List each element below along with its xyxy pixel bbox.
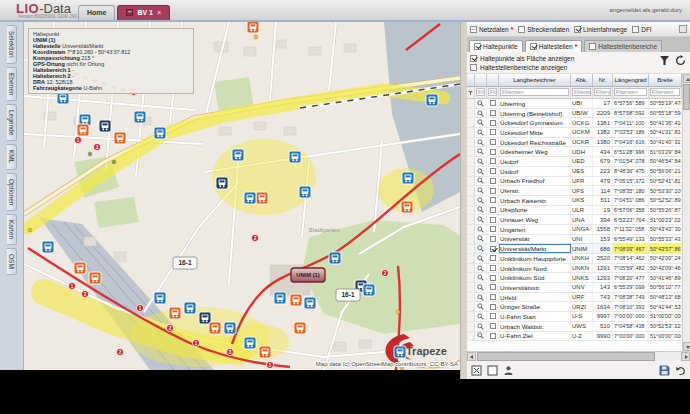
zoom-to-stop-icon[interactable] [475,109,487,118]
map-stop-marker[interactable] [290,294,302,306]
table-row[interactable]: Ückesdorf MitteÜCKM13827°03'53".18650°41… [467,128,690,138]
tab-minimize-icon[interactable]: − [126,9,133,16]
col-laengengrad[interactable]: Längengrad [613,74,649,87]
table-row[interactable]: Ürziger StraßeÜRZI16347°08'10".39350°41'… [467,302,690,312]
row-handle[interactable] [467,225,475,234]
map-stop-marker[interactable] [169,307,181,319]
zoom-to-stop-icon[interactable] [475,283,487,292]
map-stop-marker[interactable] [329,252,341,264]
table-row[interactable]: UngartenUNGA15587°11'32".05850°43'43".30… [467,225,690,235]
map-stop-marker[interactable] [154,127,166,139]
row-checkbox[interactable] [487,244,499,253]
zoom-to-stop-icon[interactable] [475,215,487,224]
row-checkbox[interactable] [487,177,499,186]
row-handle[interactable] [467,332,475,341]
row-checkbox[interactable] [487,99,499,108]
row-checkbox[interactable] [487,206,499,215]
select-none-icon[interactable] [487,365,498,376]
row-handle[interactable] [467,128,475,137]
map-stop-marker[interactable] [274,292,286,304]
hscroll-thumb[interactable] [477,352,655,361]
route-number-badge[interactable]: 3 [93,143,100,150]
deselect-all-icon[interactable] [471,365,482,376]
zoom-to-stop-icon[interactable] [475,177,487,186]
zoom-to-stop-icon[interactable] [475,244,487,253]
row-checkbox[interactable] [487,293,499,302]
option-checkbox[interactable] [470,64,477,71]
layer-toggle-linienfahrwege[interactable]: Linienfahrwege [574,26,627,33]
option-haltepunkte[interactable]: Haltepunkte als Fläche anzeigen [470,54,687,63]
table-row[interactable]: U-Fahrt ZielU-Z99907°00'00".00051°00'00"… [467,332,690,342]
option-checkbox[interactable] [470,55,477,62]
table-row[interactable]: UniversitätUNI1536°55'49".13350°55'33".4… [467,235,690,245]
layer-toggle-dfi[interactable]: DFI [632,26,651,33]
scroll-down-arrow[interactable] [683,342,690,351]
panel-splitter[interactable] [460,22,467,379]
row-checkbox[interactable] [487,283,499,292]
map-stop-marker[interactable] [74,262,86,274]
subtab-haltepunkte[interactable]: Haltepunkte [469,40,523,52]
zoom-to-stop-icon[interactable] [475,128,487,137]
table-row[interactable]: Uniklinikum SüdUNKS12937°08'20".47750°41… [467,273,690,283]
row-checkbox[interactable] [487,196,499,205]
map-stop-marker[interactable] [247,22,259,33]
zoom-to-stop-icon[interactable] [475,167,487,176]
row-handle[interactable] [467,138,475,147]
table-row[interactable]: Urbach FriedhofUFR4797°05'15".37250°52'4… [467,177,690,187]
map-stop-marker[interactable] [394,346,406,358]
map-stop-marker[interactable] [209,322,221,334]
row-handle[interactable] [467,177,475,186]
zoom-to-stop-icon[interactable] [475,138,487,147]
route-number-badge[interactable]: 1 [266,361,273,368]
row-handle[interactable] [467,99,475,108]
route-number-badge[interactable]: 2 [81,290,88,297]
layer-checkbox[interactable] [632,26,639,33]
subtab-haltestellen[interactable]: Haltestellen* [525,40,583,52]
row-checkbox[interactable] [487,118,499,127]
row-checkbox[interactable] [487,167,499,176]
zoom-to-stop-icon[interactable] [475,332,487,341]
table-row[interactable]: Ubierring (Betriebshof)UBIW22098°57'58".… [467,109,690,119]
zoom-to-stop-icon[interactable] [475,322,487,331]
map-stop-marker[interactable] [244,337,256,349]
filter-input-lng[interactable]: Filterwert [614,88,647,96]
map-stop-marker[interactable] [259,346,271,358]
zoom-to-stop-icon[interactable] [475,293,487,302]
row-checkbox[interactable] [487,302,499,311]
row-checkbox[interactable] [487,332,499,341]
zoom-to-stop-icon[interactable] [475,147,487,156]
row-checkbox[interactable] [487,138,499,147]
row-handle[interactable] [467,235,475,244]
row-checkbox[interactable] [487,225,499,234]
row-handle[interactable] [467,264,475,273]
filter-input[interactable]: Filt [488,88,497,96]
zoom-to-stop-icon[interactable] [475,264,487,273]
filter-input[interactable]: Filt [476,88,485,96]
subtab-checkbox[interactable] [474,43,481,50]
refresh-icon[interactable] [675,55,686,66]
map-stop-marker[interactable] [199,312,211,324]
sidebar-tab-kml[interactable]: KML [7,144,17,169]
sidebar-tab-ebenen[interactable]: Ebenen [7,67,17,101]
zoom-to-stop-icon[interactable] [475,302,487,311]
save-icon[interactable] [659,365,670,376]
row-checkbox[interactable] [487,264,499,273]
table-row[interactable]: UrfeldURF7437°08'38".74950°48'13".689 [467,293,690,303]
row-handle[interactable] [467,273,475,282]
collapse-icon[interactable]: − [470,26,477,33]
filter-funnel-cell[interactable] [467,87,475,99]
scroll-left-arrow[interactable] [467,352,476,361]
filter-icon[interactable] [659,55,670,66]
row-checkbox[interactable] [487,186,499,195]
map-stop-marker[interactable] [184,302,196,314]
row-handle[interactable] [467,302,475,311]
row-handle[interactable] [467,186,475,195]
table-row[interactable]: Uferstr.UFS1147°08'35".18050°53'30".109 [467,186,690,196]
row-checkbox[interactable] [487,215,499,224]
route-number-badge[interactable]: 1 [68,282,75,289]
map-stop-marker[interactable] [363,284,375,296]
sidebar-tab-osm[interactable]: OSM [7,248,17,275]
col-abk[interactable]: Abk. [571,74,593,87]
zoom-to-stop-icon[interactable] [475,99,487,108]
table-row[interactable]: Uniklinikum NordUNKN12917°05'59".48250°4… [467,264,690,274]
